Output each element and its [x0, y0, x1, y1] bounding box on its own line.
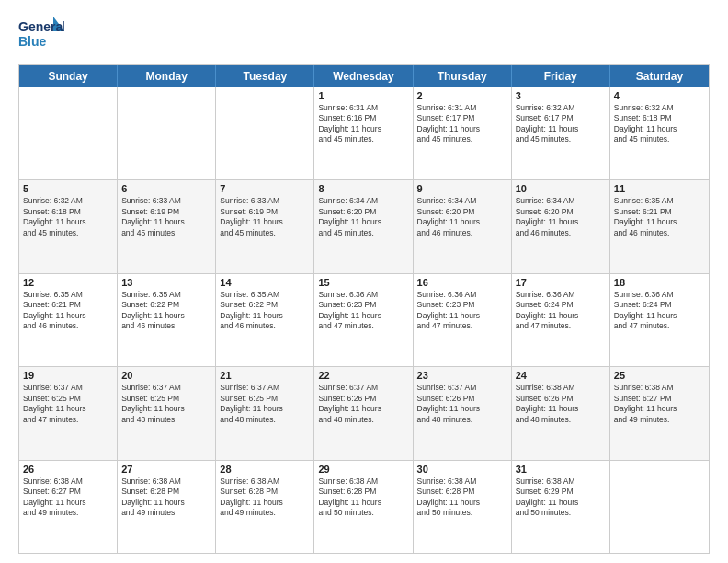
day-number: 17 [516, 277, 606, 288]
day-number: 31 [516, 464, 606, 475]
day-number: 18 [614, 277, 705, 288]
day-info: Sunrise: 6:38 AMSunset: 6:28 PMDaylight:… [121, 477, 211, 519]
day-cell-20: 20Sunrise: 6:37 AMSunset: 6:25 PMDayligh… [118, 367, 216, 459]
day-number: 15 [318, 277, 408, 288]
day-info: Sunrise: 6:31 AMSunset: 6:16 PMDaylight:… [318, 103, 408, 145]
day-number: 11 [614, 183, 705, 194]
day-info: Sunrise: 6:34 AMSunset: 6:20 PMDaylight:… [516, 196, 606, 238]
day-number: 13 [121, 277, 211, 288]
day-cell-5: 5Sunrise: 6:32 AMSunset: 6:18 PMDaylight… [19, 180, 118, 272]
empty-cell-w4-d6 [610, 461, 709, 553]
day-number: 10 [516, 183, 606, 194]
day-number: 16 [417, 277, 507, 288]
day-cell-3: 3Sunrise: 6:32 AMSunset: 6:17 PMDaylight… [512, 87, 610, 179]
header-monday: Monday [118, 65, 216, 87]
day-cell-10: 10Sunrise: 6:34 AMSunset: 6:20 PMDayligh… [512, 180, 610, 272]
day-number: 20 [121, 370, 211, 381]
day-info: Sunrise: 6:35 AMSunset: 6:21 PMDaylight:… [614, 196, 705, 238]
day-number: 24 [516, 370, 606, 381]
day-cell-13: 13Sunrise: 6:35 AMSunset: 6:22 PMDayligh… [118, 274, 216, 366]
day-cell-6: 6Sunrise: 6:33 AMSunset: 6:19 PMDaylight… [118, 180, 216, 272]
day-cell-28: 28Sunrise: 6:38 AMSunset: 6:28 PMDayligh… [216, 461, 314, 553]
day-cell-11: 11Sunrise: 6:35 AMSunset: 6:21 PMDayligh… [610, 180, 709, 272]
day-number: 30 [417, 464, 507, 475]
header: GeneralBlue [18, 15, 710, 55]
week-row-4: 19Sunrise: 6:37 AMSunset: 6:25 PMDayligh… [19, 366, 709, 459]
week-row-2: 5Sunrise: 6:32 AMSunset: 6:18 PMDaylight… [19, 179, 709, 272]
week-row-3: 12Sunrise: 6:35 AMSunset: 6:21 PMDayligh… [19, 273, 709, 366]
day-cell-2: 2Sunrise: 6:31 AMSunset: 6:17 PMDaylight… [414, 87, 512, 179]
day-cell-15: 15Sunrise: 6:36 AMSunset: 6:23 PMDayligh… [314, 274, 413, 366]
day-cell-17: 17Sunrise: 6:36 AMSunset: 6:24 PMDayligh… [512, 274, 610, 366]
day-cell-18: 18Sunrise: 6:36 AMSunset: 6:24 PMDayligh… [610, 274, 709, 366]
header-saturday: Saturday [610, 65, 709, 87]
day-number: 27 [121, 464, 211, 475]
day-info: Sunrise: 6:33 AMSunset: 6:19 PMDaylight:… [121, 196, 211, 238]
day-number: 26 [23, 464, 113, 475]
logo-svg: GeneralBlue [18, 15, 64, 55]
day-info: Sunrise: 6:34 AMSunset: 6:20 PMDaylight:… [318, 196, 408, 238]
day-number: 8 [318, 183, 408, 194]
day-info: Sunrise: 6:38 AMSunset: 6:28 PMDaylight:… [318, 477, 408, 519]
page: GeneralBlue SundayMondayTuesdayWednesday… [0, 0, 728, 563]
day-info: Sunrise: 6:32 AMSunset: 6:17 PMDaylight:… [516, 103, 606, 145]
day-cell-16: 16Sunrise: 6:36 AMSunset: 6:23 PMDayligh… [414, 274, 512, 366]
logo: GeneralBlue [18, 15, 64, 55]
day-number: 9 [417, 183, 507, 194]
day-number: 19 [23, 370, 113, 381]
empty-cell-w0-d2 [216, 87, 314, 179]
day-cell-7: 7Sunrise: 6:33 AMSunset: 6:19 PMDaylight… [216, 180, 314, 272]
day-number: 25 [614, 370, 705, 381]
day-number: 12 [23, 277, 113, 288]
header-wednesday: Wednesday [314, 65, 413, 87]
day-number: 3 [516, 90, 606, 101]
header-thursday: Thursday [414, 65, 512, 87]
day-number: 2 [417, 90, 507, 101]
day-cell-30: 30Sunrise: 6:38 AMSunset: 6:28 PMDayligh… [414, 461, 512, 553]
day-info: Sunrise: 6:32 AMSunset: 6:18 PMDaylight:… [23, 196, 113, 238]
day-info: Sunrise: 6:37 AMSunset: 6:25 PMDaylight:… [23, 383, 113, 425]
week-row-1: 1Sunrise: 6:31 AMSunset: 6:16 PMDaylight… [19, 87, 709, 179]
header-sunday: Sunday [19, 65, 118, 87]
day-cell-27: 27Sunrise: 6:38 AMSunset: 6:28 PMDayligh… [118, 461, 216, 553]
day-cell-24: 24Sunrise: 6:38 AMSunset: 6:26 PMDayligh… [512, 367, 610, 459]
day-number: 22 [318, 370, 408, 381]
day-cell-31: 31Sunrise: 6:38 AMSunset: 6:29 PMDayligh… [512, 461, 610, 553]
day-info: Sunrise: 6:31 AMSunset: 6:17 PMDaylight:… [417, 103, 507, 145]
day-cell-1: 1Sunrise: 6:31 AMSunset: 6:16 PMDaylight… [314, 87, 413, 179]
day-cell-12: 12Sunrise: 6:35 AMSunset: 6:21 PMDayligh… [19, 274, 118, 366]
day-info: Sunrise: 6:37 AMSunset: 6:26 PMDaylight:… [417, 383, 507, 425]
day-cell-14: 14Sunrise: 6:35 AMSunset: 6:22 PMDayligh… [216, 274, 314, 366]
day-info: Sunrise: 6:38 AMSunset: 6:29 PMDaylight:… [516, 477, 606, 519]
day-info: Sunrise: 6:38 AMSunset: 6:27 PMDaylight:… [23, 477, 113, 519]
day-info: Sunrise: 6:37 AMSunset: 6:25 PMDaylight:… [121, 383, 211, 425]
day-number: 4 [614, 90, 705, 101]
header-friday: Friday [512, 65, 610, 87]
day-number: 7 [220, 183, 310, 194]
header-tuesday: Tuesday [216, 65, 314, 87]
day-info: Sunrise: 6:37 AMSunset: 6:26 PMDaylight:… [318, 383, 408, 425]
day-info: Sunrise: 6:32 AMSunset: 6:18 PMDaylight:… [614, 103, 705, 145]
day-cell-8: 8Sunrise: 6:34 AMSunset: 6:20 PMDaylight… [314, 180, 413, 272]
day-cell-29: 29Sunrise: 6:38 AMSunset: 6:28 PMDayligh… [314, 461, 413, 553]
day-info: Sunrise: 6:35 AMSunset: 6:21 PMDaylight:… [23, 290, 113, 332]
day-cell-21: 21Sunrise: 6:37 AMSunset: 6:25 PMDayligh… [216, 367, 314, 459]
empty-cell-w0-d0 [19, 87, 118, 179]
day-cell-23: 23Sunrise: 6:37 AMSunset: 6:26 PMDayligh… [414, 367, 512, 459]
calendar: SundayMondayTuesdayWednesdayThursdayFrid… [18, 64, 710, 554]
day-cell-4: 4Sunrise: 6:32 AMSunset: 6:18 PMDaylight… [610, 87, 709, 179]
day-info: Sunrise: 6:38 AMSunset: 6:27 PMDaylight:… [614, 383, 705, 425]
week-row-5: 26Sunrise: 6:38 AMSunset: 6:27 PMDayligh… [19, 460, 709, 553]
day-info: Sunrise: 6:35 AMSunset: 6:22 PMDaylight:… [121, 290, 211, 332]
day-info: Sunrise: 6:37 AMSunset: 6:25 PMDaylight:… [220, 383, 310, 425]
day-info: Sunrise: 6:36 AMSunset: 6:23 PMDaylight:… [318, 290, 408, 332]
day-number: 5 [23, 183, 113, 194]
day-info: Sunrise: 6:38 AMSunset: 6:28 PMDaylight:… [220, 477, 310, 519]
day-number: 6 [121, 183, 211, 194]
day-info: Sunrise: 6:36 AMSunset: 6:24 PMDaylight:… [516, 290, 606, 332]
svg-text:General: General [18, 19, 64, 34]
day-info: Sunrise: 6:34 AMSunset: 6:20 PMDaylight:… [417, 196, 507, 238]
day-cell-19: 19Sunrise: 6:37 AMSunset: 6:25 PMDayligh… [19, 367, 118, 459]
day-info: Sunrise: 6:35 AMSunset: 6:22 PMDaylight:… [220, 290, 310, 332]
day-number: 28 [220, 464, 310, 475]
